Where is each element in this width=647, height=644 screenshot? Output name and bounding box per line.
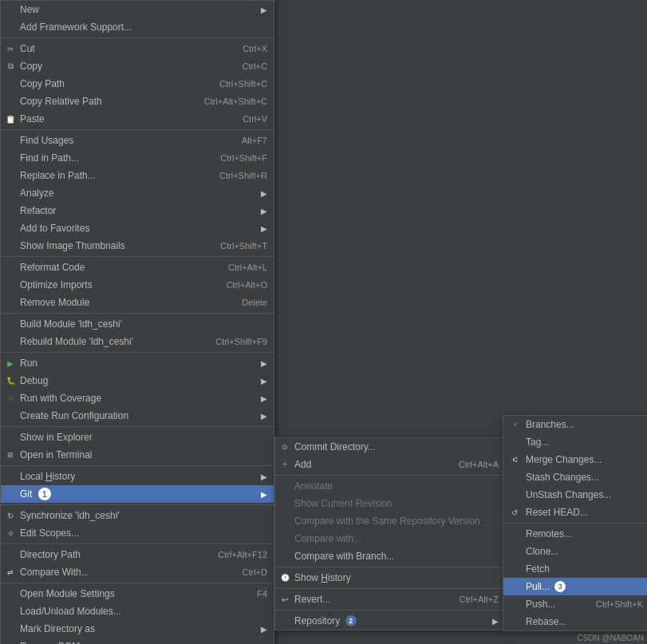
menu-item-show-in-explorer[interactable]: Show in Explorer [1, 429, 274, 446]
history-icon: 🕐 [278, 571, 291, 584]
menu-item-open-in-terminal[interactable]: ⊞ Open in Terminal [1, 446, 274, 464]
separator [503, 523, 647, 523]
arrow-icon: ▶ [261, 207, 267, 215]
menu-item-compare-with[interactable]: ⇄ Compare With... Ctrl+D [1, 563, 274, 581]
sync-icon: ↻ [4, 509, 17, 522]
separator [275, 610, 505, 610]
arrow-icon: ▶ [261, 6, 267, 14]
git-compare-same-repo[interactable]: Compare with the Same Repository Version [275, 512, 505, 530]
menu-item-copy-path[interactable]: Copy Path Ctrl+Shift+C [1, 75, 274, 93]
git-show-current-revision[interactable]: Show Current Revision [275, 495, 505, 512]
repo-rebase[interactable]: Rebase... [503, 613, 647, 630]
menu-item-show-image-thumbnails[interactable]: Show Image Thumbnails Ctrl+Shift+T [1, 237, 274, 255]
menu-item-paste[interactable]: 📋 Paste Ctrl+V [1, 110, 274, 128]
copy-icon: ⧉ [4, 60, 17, 73]
repo-tag[interactable]: Tag... [503, 433, 647, 451]
menu-item-rebuild-module[interactable]: Rebuild Module 'ldh_ceshi' Ctrl+Shift+F9 [1, 333, 274, 350]
merge-icon: ⑆ [508, 453, 521, 466]
menu-item-cut[interactable]: ✂ Cut Ctrl+X [1, 40, 274, 57]
repo-clone[interactable]: Clone... [503, 543, 647, 560]
repo-push[interactable]: Push... Ctrl+Shift+K [503, 595, 647, 613]
git-revert[interactable]: ↩ Revert... Ctrl+Alt+Z [275, 591, 505, 608]
repo-unstash-changes[interactable]: UnStash Changes... [503, 486, 647, 504]
menu-item-reformat-code[interactable]: Reformat Code Ctrl+Alt+L [1, 259, 274, 276]
arrow-icon: ▶ [261, 472, 267, 481]
menu-item-synchronize[interactable]: ↻ Synchronize 'ldh_ceshi' [1, 507, 274, 524]
arrow-icon: ▶ [261, 224, 267, 233]
repo-fetch[interactable]: Fetch [503, 560, 647, 578]
scissors-icon: ✂ [4, 42, 17, 55]
menu-item-debug[interactable]: 🐛 Debug ▶ [1, 372, 274, 389]
separator [1, 426, 274, 427]
menu-item-copy[interactable]: ⧉ Copy Ctrl+C [1, 57, 274, 75]
menu-item-add-framework[interactable]: Add Framework Support... [1, 18, 274, 36]
separator [1, 313, 274, 314]
arrow-icon: ▶ [261, 359, 267, 368]
menu-item-new[interactable]: New ▶ [1, 1, 274, 18]
repository-submenu: ⑂ Branches... Tag... ⑆ Merge Changes... … [503, 415, 647, 631]
menu-item-run-with-coverage[interactable]: ⊙ Run with Coverage ▶ [1, 389, 274, 407]
repo-reset-head[interactable]: ↺ Reset HEAD... [503, 504, 647, 521]
arrow-icon: ▶ [261, 189, 267, 198]
menu-item-git[interactable]: Git 1 ▶ [1, 485, 274, 503]
arrow-icon: ▶ [261, 412, 267, 421]
menu-item-build-module[interactable]: Build Module 'ldh_ceshi' [1, 315, 274, 333]
git-repository[interactable]: Repository 2 ▶ [275, 612, 505, 630]
menu-item-optimize-imports[interactable]: Optimize Imports Ctrl+Alt+O [1, 276, 274, 294]
separator [1, 583, 274, 583]
watermark: CSDN @NABOAN [578, 634, 645, 642]
reset-icon: ↺ [508, 506, 521, 519]
menu-item-remove-bom[interactable]: Remove BOM [1, 638, 274, 644]
git-compare-with[interactable]: Compare with... [275, 530, 505, 547]
menu-item-directory-path[interactable]: Directory Path Ctrl+Alt+F12 [1, 546, 274, 563]
menu-item-mark-directory-as[interactable]: Mark Directory as ▶ [1, 620, 274, 638]
arrow-icon: ▶ [261, 490, 267, 499]
main-context-menu: New ▶ Add Framework Support... ✂ Cut Ctr… [0, 0, 274, 644]
git-show-history[interactable]: 🕐 Show History [275, 569, 505, 587]
git-annotate[interactable]: Annotate [275, 477, 505, 495]
menu-item-remove-module[interactable]: Remove Module Delete [1, 294, 274, 311]
menu-item-run[interactable]: ▶ Run ▶ [1, 354, 274, 372]
menu-item-find-usages[interactable]: Find Usages Alt+F7 [1, 132, 274, 149]
menu-item-add-to-favorites[interactable]: Add to Favorites ▶ [1, 219, 274, 237]
separator [1, 543, 274, 544]
git-compare-with-branch[interactable]: Compare with Branch... [275, 547, 505, 565]
menu-item-copy-relative-path[interactable]: Copy Relative Path Ctrl+Alt+Shift+C [1, 93, 274, 110]
compare-icon: ⇄ [4, 566, 17, 579]
menu-item-find-in-path[interactable]: Find in Path... Ctrl+Shift+F [1, 149, 274, 167]
separator [275, 588, 505, 589]
menu-item-analyze[interactable]: Analyze ▶ [1, 184, 274, 202]
arrow-icon: ▶ [492, 617, 499, 626]
arrow-icon: ▶ [261, 625, 267, 634]
terminal-icon: ⊞ [4, 448, 17, 461]
separator [275, 567, 505, 567]
separator [1, 352, 274, 353]
scopes-icon: ⊙ [4, 527, 17, 539]
coverage-icon: ⊙ [4, 392, 17, 405]
menu-item-create-run-config[interactable]: Create Run Configuration ▶ [1, 407, 274, 425]
paste-icon: 📋 [4, 113, 17, 125]
repo-pull[interactable]: Pull... 3 [503, 578, 647, 595]
menu-item-replace-in-path[interactable]: Replace in Path... Ctrl+Shift+R [1, 167, 274, 184]
repo-branches[interactable]: ⑂ Branches... [503, 416, 647, 433]
arrow-icon: ▶ [261, 394, 267, 403]
separator [1, 129, 274, 130]
git-submenu: ⊙ Commit Directory... + Add Ctrl+Alt+A A… [274, 437, 506, 630]
branches-icon: ⑂ [508, 418, 521, 431]
menu-item-refactor[interactable]: Refactor ▶ [1, 202, 274, 219]
run-icon: ▶ [4, 357, 17, 369]
git-commit-directory[interactable]: ⊙ Commit Directory... [275, 438, 505, 456]
repo-stash-changes[interactable]: Stash Changes... [503, 468, 647, 486]
separator [1, 465, 274, 466]
menu-item-local-history[interactable]: Local History ▶ [1, 468, 274, 485]
revert-icon: ↩ [278, 593, 291, 606]
git-add[interactable]: + Add Ctrl+Alt+A [275, 456, 505, 473]
repo-merge-changes[interactable]: ⑆ Merge Changes... [503, 451, 647, 468]
menu-item-edit-scopes[interactable]: ⊙ Edit Scopes... [1, 524, 274, 542]
separator [1, 504, 274, 505]
add-icon: + [278, 458, 291, 471]
menu-item-load-unload-modules[interactable]: Load/Unload Modules... [1, 603, 274, 620]
repo-remotes[interactable]: Remotes... [503, 525, 647, 543]
menu-item-open-module-settings[interactable]: Open Module Settings F4 [1, 585, 274, 603]
separator [1, 38, 274, 38]
